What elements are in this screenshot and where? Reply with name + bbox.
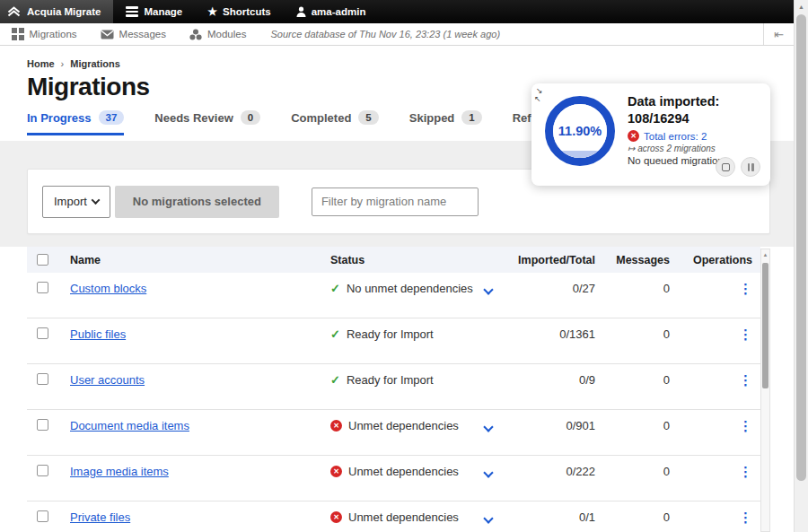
row-imported-total: 0/1361 [506,327,595,341]
row-operations-icon[interactable]: ⋮ [739,464,752,479]
table-row: Image media items ✕ Unmet dependencies 0… [27,456,760,501]
admin-topbar: Acquia Migrate Manage ★ Shortcuts ama-ad… [0,0,794,23]
breadcrumb-home-link[interactable]: Home [27,58,55,69]
import-dropdown-button[interactable]: Import [42,186,110,218]
tab-skipped[interactable]: Skipped 1 [409,110,482,135]
migration-name-link[interactable]: Document media items [70,419,189,432]
migrations-grid-icon [12,28,24,40]
hamburger-icon [126,4,138,19]
status-error-icon: ✕ [330,511,342,523]
tab-count-badge: 1 [461,110,481,125]
row-messages: 0 [595,327,670,341]
column-header-operations: Operations [670,254,760,266]
tab-label: In Progress [27,111,92,125]
row-messages: 0 [595,419,670,432]
table-row: Private files ✕ Unmet dependencies 0/1 0… [27,501,760,532]
row-checkbox[interactable] [37,373,48,385]
user-label: ama-admin [312,6,366,17]
collapse-toolbar-button[interactable]: ⇤ [763,23,794,45]
tab-needs-review[interactable]: Needs Review 0 [154,110,260,135]
row-status-text: Ready for Import [347,327,434,341]
row-imported-total: 0/9 [506,373,595,387]
row-messages: 0 [595,465,670,478]
select-all-checkbox[interactable] [37,254,48,266]
migration-name-link[interactable]: Custom blocks [70,282,146,295]
shortcuts-menu[interactable]: ★ Shortcuts [195,0,283,23]
tab-count-badge: 37 [99,110,125,125]
user-icon [296,6,306,17]
status-error-icon: ✕ [330,466,342,477]
tab-label: Needs Review [154,111,233,125]
breadcrumb-current: Migrations [70,58,120,69]
breadcrumb: Home › Migrations [0,46,794,69]
table-scrollbar-thumb[interactable] [762,263,768,388]
row-status-text: Unmet dependencies [348,419,459,432]
migration-name-link[interactable]: User accounts [70,373,145,387]
user-menu[interactable]: ama-admin [284,0,379,23]
row-checkbox[interactable] [37,419,48,431]
status-chevron-icon[interactable] [483,467,493,477]
pause-icon [748,163,754,171]
row-checkbox[interactable] [37,282,48,293]
status-ok-icon: ✓ [330,282,340,295]
tab-count-badge: 5 [358,110,378,125]
tab-label: Completed [291,111,351,125]
donut-fill [553,151,607,158]
pause-import-button[interactable] [741,157,760,177]
row-operations-icon[interactable]: ⋮ [739,418,752,433]
manage-menu[interactable]: Manage [113,0,195,23]
page-scrollbar-thumb[interactable] [796,14,806,481]
toolbar-item-migrations[interactable]: Migrations [0,23,89,45]
row-operations-icon[interactable]: ⋮ [739,327,752,342]
tab-completed[interactable]: Completed 5 [291,110,379,135]
table-scrollbar[interactable]: ▲ [760,249,770,532]
row-operations-icon[interactable]: ⋮ [739,510,752,525]
row-checkbox[interactable] [37,465,48,476]
total-errors-link[interactable]: Total errors: 2 [644,131,707,142]
status-ok-icon: ✓ [330,373,340,387]
row-checkbox[interactable] [37,510,48,522]
collapse-left-icon: ⇤ [774,28,784,41]
toolbar-item-modules[interactable]: Modules [178,23,258,45]
row-status-text: Ready for Import [347,373,434,387]
resize-card-icon[interactable]: ↘ ↖ [536,87,543,103]
tab-in-progress[interactable]: In Progress 37 [27,110,124,135]
page-scrollbar[interactable]: ▲ [794,0,808,532]
progress-percent: 11.90% [558,124,602,138]
row-messages: 0 [595,282,670,295]
migration-filter-input[interactable] [312,188,479,216]
table-body: Custom blocks ✓ No unmet dependencies 0/… [27,273,760,532]
table-row: Custom blocks ✓ No unmet dependencies 0/… [27,273,760,318]
status-chevron-icon[interactable] [483,284,493,294]
scroll-up-icon[interactable]: ▲ [795,0,808,10]
source-database-note: Source database of Thu Nov 16, 23:23 (1 … [270,29,500,39]
migration-name-link[interactable]: Private files [70,510,130,524]
row-checkbox[interactable] [37,327,48,339]
row-operations-icon[interactable]: ⋮ [739,372,752,388]
row-imported-total: 0/1 [506,510,595,524]
column-header-messages: Messages [595,254,670,266]
stop-import-button[interactable] [716,157,735,177]
data-imported-title: Data imported: [628,93,764,110]
stop-icon [722,163,730,171]
status-chevron-icon[interactable] [483,422,493,432]
star-icon: ★ [207,6,217,17]
module-toolbar: Migrations Messages Modules Source datab… [0,23,794,46]
migration-name-link[interactable]: Image media items [70,465,169,478]
column-header-name: Name [70,254,330,266]
row-status-text: Unmet dependencies [348,465,459,478]
column-header-imported-total: Imported/Total [506,254,595,266]
across-migrations-note: ↦ across 2 migrations [628,144,764,153]
status-chevron-icon[interactable] [483,513,493,523]
row-status-text: No unmet dependencies [347,282,473,295]
messages-label: Messages [119,29,166,39]
migration-name-link[interactable]: Public files [70,327,126,341]
tab-count-badge: 0 [241,110,260,125]
acquia-migrate-brand[interactable]: Acquia Migrate [0,0,113,23]
toolbar-item-messages[interactable]: Messages [89,23,178,45]
table-row: Document media items ✕ Unmet dependencie… [27,410,760,456]
no-migrations-selected-button[interactable]: No migrations selected [115,186,279,218]
row-imported-total: 0/27 [506,282,595,295]
row-operations-icon[interactable]: ⋮ [739,281,752,296]
scroll-up-icon[interactable]: ▲ [761,249,769,257]
